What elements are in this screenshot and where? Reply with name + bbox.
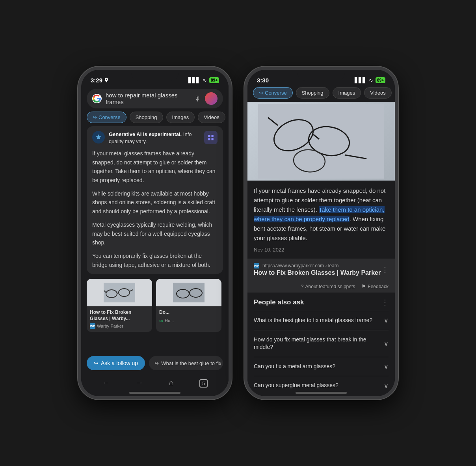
svg-line-14 — [189, 293, 190, 293]
about-snippets-button[interactable]: ? About featured snippets — [301, 283, 355, 289]
paa-chevron-2: ∨ — [384, 340, 389, 347]
volume-up-button[interactable] — [78, 143, 80, 166]
feedback-row: ? About featured snippets ⚑ Feedback — [247, 280, 395, 293]
converse-arrow-icon: ↪ — [93, 114, 97, 120]
status-bar-2: 3:30 ▋▋▋ ∿ 89+ — [247, 70, 395, 87]
chip-images[interactable]: Images — [166, 112, 195, 123]
svg-rect-3 — [208, 138, 210, 140]
main-content: Generative AI is experimental. Info qual… — [81, 126, 229, 353]
phone-2-screen: 3:30 ▋▋▋ ∿ 89+ ↪ Converse Shopping Image… — [247, 70, 395, 396]
paa-question-1[interactable]: What is the best glue to fix metal glass… — [254, 311, 389, 330]
ai-grid-button[interactable] — [204, 131, 218, 144]
phone-1: 3:29 ▋▋▋ ∿ 89+ how to repair metal glass… — [78, 67, 232, 399]
volume-down-button[interactable] — [78, 172, 80, 196]
featured-snippet-image — [247, 102, 395, 181]
google-logo — [92, 94, 102, 103]
status-icons-2: ▋▋▋ ∿ 89+ — [355, 77, 385, 83]
warby-parker-favicon: WP — [90, 323, 95, 329]
grid-icon — [207, 134, 214, 141]
snippet-body: If your metal frames have already snappe… — [254, 186, 389, 243]
source-card-1-body: How to Fix Broken Glasses | Warby... WP … — [87, 306, 152, 332]
power-button[interactable] — [230, 133, 232, 164]
glasses-thumbnail-2 — [173, 283, 205, 302]
source-card-1[interactable]: How to Fix Broken Glasses | Warby... WP … — [87, 279, 152, 332]
battery-indicator: 89+ — [209, 77, 219, 83]
source-more-button[interactable]: ⋮ — [381, 265, 389, 274]
status-time-2: 3:30 — [257, 77, 269, 84]
people-also-ask-section: People also ask ⋮ What is the best glue … — [247, 293, 395, 390]
ai-sparkle-icon — [92, 131, 105, 144]
paa-question-2[interactable]: How do you fix metal glasses that break … — [254, 330, 389, 357]
chip-videos[interactable]: Videos — [198, 112, 225, 123]
phone-2: 3:30 ▋▋▋ ∿ 89+ ↪ Converse Shopping Image… — [244, 67, 398, 399]
forward-button[interactable]: → — [131, 377, 148, 389]
svg-rect-15 — [258, 104, 384, 179]
source-card-1-image — [87, 279, 152, 306]
user-avatar[interactable] — [205, 92, 218, 105]
paa-title: People also ask — [254, 298, 304, 306]
snippet-text-area: If your metal frames have already snappe… — [247, 181, 395, 259]
source-cards: How to Fix Broken Glasses | Warby... WP … — [87, 279, 223, 332]
tabs-button[interactable]: 5 — [195, 377, 212, 389]
feedback-button[interactable]: ⚑ Feedback — [361, 283, 389, 289]
question-icon: ? — [301, 283, 303, 289]
ask-followup-button[interactable]: ↪ Ask a follow up — [87, 356, 145, 370]
paa-more-button[interactable]: ⋮ — [381, 298, 389, 307]
sparkle-svg — [95, 134, 102, 141]
followup-suggestion[interactable]: ↪ What is the best glue to fix a me — [149, 356, 223, 370]
chip-converse-2[interactable]: ↪ Converse — [253, 87, 293, 99]
volume-down-button-2[interactable] — [244, 172, 246, 196]
converse-arrow-icon-2: ↪ — [259, 90, 263, 96]
filter-chips-2: ↪ Converse Shopping Images Videos Withou — [247, 87, 395, 102]
wp-favicon-2: WP — [254, 263, 259, 268]
source-card-2-body: Do... ∞ Ho... — [156, 306, 221, 327]
paa-chevron-4: ∨ — [384, 382, 389, 390]
followup-arrow-icon: ↪ — [94, 360, 99, 366]
search-bar[interactable]: how to repair metal glasses frames 🎙 — [87, 89, 223, 108]
source-title[interactable]: How to Fix Broken Glasses | Warby Parker — [254, 269, 381, 276]
signal-icon: ▋▋▋ — [188, 77, 200, 83]
chip-shopping[interactable]: Shopping — [130, 112, 163, 123]
source-url: https://www.warbyparker.com › learn — [262, 263, 338, 268]
search-query: how to repair metal glasses frames — [106, 92, 190, 105]
source-card-2[interactable]: Do... ∞ Ho... — [156, 279, 221, 332]
volume-up-button-2[interactable] — [244, 143, 246, 166]
signal-icon-2: ▋▋▋ — [355, 77, 366, 83]
ai-header: Generative AI is experimental. Info qual… — [92, 131, 218, 145]
paa-header: People also ask ⋮ — [254, 293, 389, 311]
phone-1-screen: 3:29 ▋▋▋ ∿ 89+ how to repair metal glass… — [81, 70, 229, 396]
chip-shopping-2[interactable]: Shopping — [296, 87, 329, 99]
phone-2-main-content: If your metal frames have already snappe… — [247, 102, 395, 390]
navigation-bar: ← → ⌂ 5 — [81, 373, 229, 390]
snippet-date: Nov 10, 2022 — [254, 247, 284, 253]
power-button-2[interactable] — [396, 133, 398, 164]
battery-indicator-2: 89+ — [376, 77, 385, 83]
ai-answer-box: Generative AI is experimental. Info qual… — [87, 126, 223, 274]
wifi-icon-2: ∿ — [369, 77, 373, 83]
home-indicator — [129, 392, 180, 394]
ai-answer-text: If your metal glasses frames have alread… — [92, 149, 218, 269]
source-row-left: WP https://www.warbyparker.com › learn — [254, 263, 381, 268]
back-button[interactable]: ← — [97, 377, 115, 389]
paa-question-4[interactable]: Can you superglue metal glasses? ∨ — [254, 376, 389, 390]
wifi-icon: ∿ — [203, 77, 207, 83]
home-button[interactable]: ⌂ — [164, 377, 178, 389]
infinity-icon: ∞ — [159, 317, 163, 324]
paa-question-3[interactable]: Can you fix a metal arm glasses? ∨ — [254, 357, 389, 376]
glasses-thumbnail-1 — [104, 283, 135, 302]
status-bar: 3:29 ▋▋▋ ∿ 89+ — [81, 70, 229, 87]
chip-converse[interactable]: ↪ Converse — [87, 112, 126, 123]
svg-line-8 — [117, 293, 119, 293]
broken-glasses-svg — [258, 104, 384, 179]
ai-label-text: Generative AI is experimental. Info qual… — [109, 131, 200, 145]
svg-rect-5 — [104, 283, 135, 302]
silent-switch[interactable] — [78, 121, 80, 137]
home-indicator-2 — [296, 392, 347, 394]
silent-switch-2[interactable] — [244, 121, 246, 137]
chip-videos-2[interactable]: Videos — [364, 87, 392, 99]
chip-images-2[interactable]: Images — [333, 87, 361, 99]
mic-icon[interactable]: 🎙 — [194, 95, 201, 103]
filter-chips: ↪ Converse Shopping Images Videos Withou — [81, 112, 229, 126]
followup-bar: ↪ Ask a follow up ↪ What is the best glu… — [81, 353, 229, 373]
paa-chevron-1: ∨ — [384, 317, 389, 324]
